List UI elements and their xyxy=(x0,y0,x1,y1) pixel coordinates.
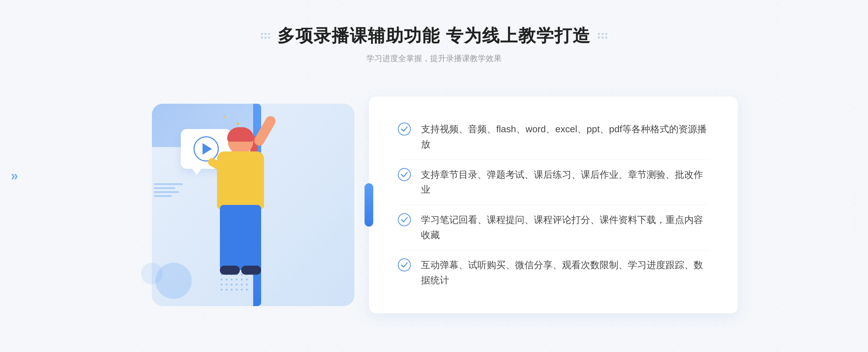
figure-hair xyxy=(227,127,254,142)
sparkle-icon-1: ✦ xyxy=(235,120,242,126)
circle-decoration-2 xyxy=(141,263,163,284)
feature-item-4: 互动弹幕、试听购买、微信分享、观看次数限制、学习进度跟踪、数据统计 xyxy=(398,258,709,288)
svg-point-0 xyxy=(398,123,410,135)
features-list: 支持视频、音频、flash、word、excel、ppt、pdf等各种格式的资源… xyxy=(398,118,709,292)
feature-text-2: 支持章节目录、弹题考试、课后练习、课后作业、章节测验、批改作业 xyxy=(421,167,709,197)
left-decoration xyxy=(261,33,270,39)
feature-item-1: 支持视频、音频、flash、word、excel、ppt、pdf等各种格式的资源… xyxy=(398,122,709,152)
figure-pants xyxy=(220,205,261,270)
feature-divider-0 xyxy=(398,159,709,160)
panel-accent-bar xyxy=(365,183,373,227)
feature-text-1: 支持视频、音频、flash、word、excel、ppt、pdf等各种格式的资源… xyxy=(421,122,709,152)
illustration-panel: ✦ ✦ xyxy=(130,82,376,328)
check-icon-2 xyxy=(398,168,411,181)
page-container: 多项录播课辅助功能 专为线上教学打造 学习进度全掌握，提升录播课教学效果 xyxy=(0,24,868,328)
dot-grid-right xyxy=(598,33,607,39)
feature-text-4: 互动弹幕、试听购买、微信分享、观看次数限制、学习进度跟踪、数据统计 xyxy=(421,258,709,288)
figure-shoe-left xyxy=(220,266,240,275)
feature-text-3: 学习笔记回看、课程提问、课程评论打分、课件资料下载，重点内容收藏 xyxy=(421,213,709,242)
dot-grid-left xyxy=(261,33,270,39)
svg-point-1 xyxy=(398,168,410,181)
feature-item-2: 支持章节目录、弹题考试、课后练习、课后作业、章节测验、批改作业 xyxy=(398,167,709,197)
feature-item-3: 学习笔记回看、课程提问、课程评论打分、课件资料下载，重点内容收藏 xyxy=(398,213,709,242)
figure-body xyxy=(217,151,264,209)
features-panel: 支持视频、音频、flash、word、excel、ppt、pdf等各种格式的资源… xyxy=(369,96,738,313)
figure-shoe-right xyxy=(241,266,261,275)
right-decoration xyxy=(598,33,607,39)
figure-illustration xyxy=(188,129,282,306)
check-icon-3 xyxy=(398,213,411,226)
feature-divider-2 xyxy=(398,250,709,250)
check-icon-1 xyxy=(398,123,411,136)
subtitle: 学习进度全掌握，提升录播课教学效果 xyxy=(261,53,607,64)
svg-point-3 xyxy=(398,259,410,271)
title-row: 多项录播课辅助功能 专为线上教学打造 xyxy=(261,24,607,47)
header: 多项录播课辅助功能 专为线上教学打造 学习进度全掌握，提升录播课教学效果 xyxy=(261,24,607,64)
lines-decoration xyxy=(154,183,183,197)
sparkle-icon-2: ✦ xyxy=(222,115,227,119)
svg-point-2 xyxy=(398,214,410,226)
main-title: 多项录播课辅助功能 专为线上教学打造 xyxy=(277,24,590,47)
feature-divider-1 xyxy=(398,205,709,205)
content-area: ✦ ✦ xyxy=(130,82,738,328)
check-icon-4 xyxy=(398,258,411,271)
left-chevron-icon: » xyxy=(11,168,18,184)
